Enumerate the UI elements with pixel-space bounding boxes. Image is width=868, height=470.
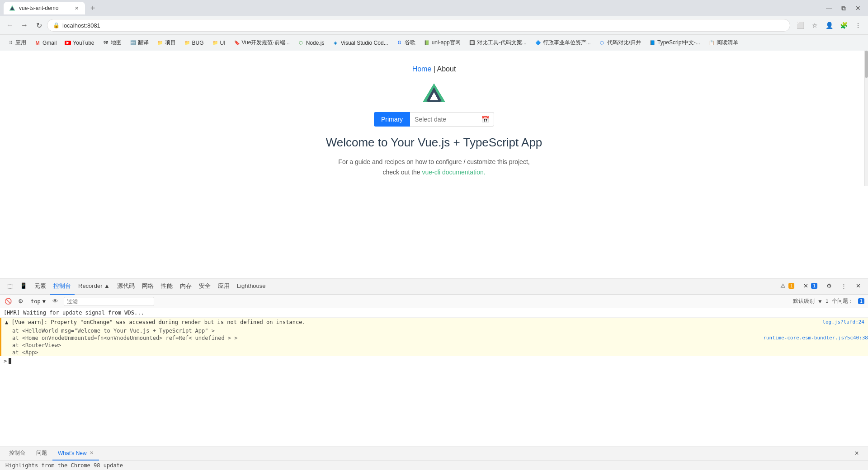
bookmark-google[interactable]: G 谷歌: [393, 37, 419, 48]
browser-tab[interactable]: vue-ts-ant-demo ✕: [4, 2, 85, 14]
apps-icon: ⠿: [7, 40, 14, 46]
warning-source-1[interactable]: log.js?lafd:24: [819, 319, 864, 325]
issue-count-badge: 1: [858, 298, 864, 304]
bookmark-google-label: 谷歌: [405, 39, 415, 47]
devtools-sources-tab[interactable]: 源代码: [113, 278, 138, 295]
context-label: top: [31, 298, 41, 305]
bookmark-vue-spec[interactable]: 🔖 Vue开发规范·前端...: [230, 37, 293, 48]
filter-input[interactable]: [64, 297, 154, 306]
uniapp-icon: 📗: [424, 40, 430, 46]
bookmark-diff[interactable]: ⬡ 代码对比/归并: [595, 37, 645, 48]
url-bar[interactable]: 🔒 localhost:8081: [47, 19, 790, 32]
warning-trace-3: at <RouterView>: [0, 342, 868, 349]
warnings-button[interactable]: ⚠ 1: [777, 278, 798, 295]
close-button[interactable]: ✕: [852, 3, 864, 13]
devtools-application-tab[interactable]: 应用: [214, 278, 233, 295]
devtools-lighthouse-tab[interactable]: Lighthouse: [233, 278, 269, 295]
console-cursor-line[interactable]: >: [0, 356, 868, 366]
bookmark-ui[interactable]: 📁 UI: [208, 38, 229, 48]
bookmark-gmail-label: Gmail: [42, 40, 57, 46]
bookmark-button[interactable]: ☆: [808, 19, 821, 32]
devtools-right-controls: ⚠ 1 ✕ 1 ⚙ ⋮ ✕: [777, 278, 864, 295]
devtools-security-tab[interactable]: 安全: [195, 278, 214, 295]
bookmark-nodejs-label: Node.js: [306, 40, 325, 46]
devtools-elements-tab[interactable]: 元素: [31, 278, 50, 295]
back-button[interactable]: ←: [4, 19, 16, 32]
home-link[interactable]: Home: [412, 65, 432, 73]
tab-title: vue-ts-ant-demo: [19, 5, 70, 11]
cursor-blink: [9, 358, 11, 364]
forward-button[interactable]: →: [18, 19, 31, 32]
settings-btn[interactable]: ⚙: [823, 278, 835, 295]
close-devtools-btn[interactable]: ✕: [852, 278, 864, 295]
bottom-content: Highlights from the Chrome 98 update: [0, 461, 868, 470]
maximize-button[interactable]: ⧉: [837, 3, 850, 13]
bookmark-vscode[interactable]: ◈ Visual Studio Cod...: [329, 38, 392, 48]
bookmark-compare[interactable]: 🔲 对比工具-代码文案...: [465, 37, 530, 48]
bookmark-project[interactable]: 📁 项目: [153, 37, 179, 48]
cursor-prompt: >: [4, 358, 7, 364]
warning-trace-4: at <App>: [0, 349, 868, 356]
bookmark-gov-label: 行政事业单位资产...: [543, 39, 591, 47]
scrollbar-thumb: [865, 51, 868, 78]
date-picker[interactable]: 📅: [410, 112, 494, 127]
bookmark-nodejs[interactable]: ⬡ Node.js: [294, 38, 328, 48]
bookmark-typescript[interactable]: 📘 TypeScript中文-...: [646, 37, 704, 48]
devtools-network-tab[interactable]: 网络: [138, 278, 157, 295]
eye-btn[interactable]: 👁: [51, 297, 60, 306]
devtools-console-tab[interactable]: 控制台: [50, 278, 75, 295]
context-selector[interactable]: top ▼: [29, 297, 47, 306]
bookmarks-bar: ⠿ 应用 M Gmail ▶ YouTube 🗺 地图 🔤 翻译 📁 项目 📁 …: [0, 34, 868, 51]
devtools-device-btn[interactable]: 📱: [16, 278, 31, 295]
bookmark-gmail[interactable]: M Gmail: [31, 38, 60, 48]
issues-tab[interactable]: 问题: [31, 447, 52, 461]
level-chevron: ▼: [818, 298, 821, 305]
vue-cli-link[interactable]: vue-cli documentation.: [422, 169, 486, 176]
warning-badge: 1: [788, 283, 795, 289]
bookmark-reading[interactable]: 📋 阅读清单: [705, 37, 742, 48]
console-line-warning: ▲ [Vue warn]: Property "onChange" was ac…: [0, 318, 868, 327]
secure-icon: 🔒: [53, 22, 60, 28]
bookmark-gov[interactable]: 🔷 行政事业单位资产...: [531, 37, 594, 48]
bookmark-map[interactable]: 🗺 地图: [99, 37, 125, 48]
cast-button[interactable]: ⬜: [794, 19, 807, 32]
console-bottom-tab[interactable]: 控制台: [4, 447, 31, 461]
reload-button[interactable]: ↻: [33, 19, 45, 32]
bookmark-uniapp[interactable]: 📗 uni-app官网: [420, 37, 464, 48]
console-settings-btn[interactable]: ⚙: [16, 297, 25, 306]
warning-source-2[interactable]: runtime-core.esm-bundler.js?5c40:38: [760, 335, 868, 341]
bookmark-apps[interactable]: ⠿ 应用: [4, 37, 30, 48]
devtools-recorder-tab[interactable]: Recorder ▲: [75, 278, 113, 295]
page-scrollbar[interactable]: [864, 51, 868, 186]
date-input[interactable]: [415, 116, 478, 123]
url-text: localhost:8081: [62, 22, 100, 29]
console-output[interactable]: [HMR] Waiting for update signal from WDS…: [0, 308, 868, 446]
console-right-controls: 默认级别 ▼ 1 个问题： 1: [793, 297, 864, 305]
extensions-button[interactable]: 🧩: [837, 19, 850, 32]
whats-new-close[interactable]: ✕: [90, 450, 94, 456]
clear-console-btn[interactable]: 🚫: [4, 297, 13, 306]
bookmark-youtube[interactable]: ▶ YouTube: [61, 38, 98, 48]
whats-new-tab[interactable]: What's New ✕: [52, 447, 99, 461]
tab-close-button[interactable]: ✕: [74, 5, 80, 12]
devtools-memory-tab[interactable]: 内存: [176, 278, 195, 295]
bookmark-translate[interactable]: 🔤 翻译: [126, 37, 152, 48]
bookmark-map-label: 地图: [111, 39, 122, 47]
devtools-performance-tab[interactable]: 性能: [157, 278, 176, 295]
bookmark-bug[interactable]: 📁 BUG: [180, 38, 208, 48]
folder-icon-1: 📁: [157, 40, 163, 46]
minimize-button[interactable]: —: [823, 3, 835, 13]
devtools-select-btn[interactable]: ⬚: [4, 278, 16, 295]
google-icon: G: [396, 40, 403, 46]
bookmark-project-label: 项目: [165, 39, 176, 47]
profile-button[interactable]: 👤: [823, 19, 835, 32]
diff-icon: ⬡: [599, 40, 605, 46]
errors-button[interactable]: ✕ 1: [800, 278, 821, 295]
close-bottom-panel[interactable]: ✕: [849, 447, 864, 461]
primary-button[interactable]: Primary: [374, 112, 410, 127]
bookmark-reading-label: 阅读清单: [717, 39, 738, 47]
new-tab-button[interactable]: +: [87, 2, 99, 15]
menu-button[interactable]: ⋮: [852, 19, 864, 32]
more-tools-btn[interactable]: ⋮: [837, 278, 850, 295]
bookmark-vscode-label: Visual Studio Cod...: [340, 40, 388, 46]
